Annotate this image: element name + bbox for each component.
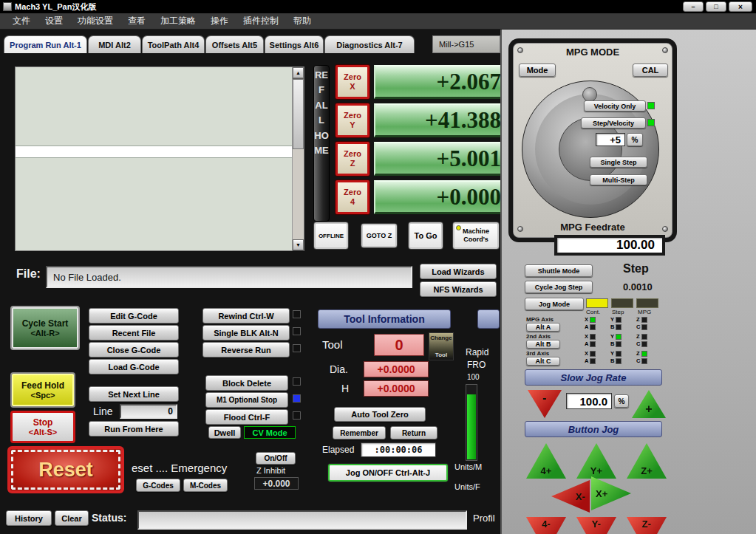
- nfs-wizards-button[interactable]: NFS Wizards: [420, 281, 497, 297]
- zero-y-button[interactable]: Zero Y: [336, 103, 370, 137]
- menu-help[interactable]: 帮助: [287, 15, 318, 27]
- axis-z-led: [641, 334, 647, 340]
- cycle-jog-step-button[interactable]: Cycle Jog Step: [525, 281, 593, 293]
- change-tool-button[interactable]: Change Tool: [429, 332, 454, 360]
- second-axis-label: 2nd Axis: [526, 333, 551, 340]
- percent-button[interactable]: %: [627, 133, 643, 146]
- ref-all-home-button[interactable]: REF ALL HOME: [313, 65, 330, 222]
- mcodes-button[interactable]: M-Codes: [183, 479, 228, 492]
- scroll-up-icon[interactable]: ▲: [293, 67, 304, 78]
- tab-toolpath[interactable]: ToolPath Alt4: [142, 35, 205, 53]
- gcode-display[interactable]: ▲ ▼: [15, 66, 304, 251]
- tool-number-display[interactable]: 0: [374, 334, 424, 356]
- edit-gcode-button[interactable]: Edit G-Code: [89, 308, 179, 324]
- menu-plugin-control[interactable]: 插件控制: [236, 15, 285, 27]
- remember-button[interactable]: Remember: [333, 426, 386, 439]
- zero-x-button[interactable]: Zero X: [336, 65, 370, 99]
- zero-4-button[interactable]: Zero 4: [336, 180, 370, 214]
- clear-button[interactable]: Clear: [55, 510, 89, 526]
- scroll-down-icon[interactable]: ▼: [293, 239, 304, 250]
- cal-button[interactable]: CAL: [633, 64, 668, 77]
- gcodes-button[interactable]: G-Codes: [136, 479, 180, 492]
- load-gcode-button[interactable]: Load G-Code: [89, 359, 179, 374]
- reset-button[interactable]: Reset: [7, 446, 124, 493]
- menu-wizards[interactable]: 加工策略: [154, 15, 202, 27]
- axis-z-led: [641, 351, 647, 357]
- jog-onoff-label: Jog ON/OFF Ctrl-Alt-J: [346, 468, 430, 477]
- tab-settings[interactable]: Settings Alt6: [265, 35, 324, 53]
- alt-c-button[interactable]: Alt C: [526, 357, 560, 366]
- velocity-only-button[interactable]: Velocity Only: [584, 100, 646, 112]
- h-display[interactable]: +0.0000: [364, 380, 429, 397]
- run-from-here-button[interactable]: Run From Here: [89, 421, 179, 437]
- alt-b-button[interactable]: Alt B: [526, 340, 560, 349]
- profile-label: Profil: [473, 513, 495, 524]
- alt-a-button[interactable]: Alt A: [526, 323, 560, 332]
- stop-button[interactable]: Stop <Alt-S>: [10, 411, 75, 443]
- mpg-dial-dimple[interactable]: [582, 87, 597, 102]
- rewind-button[interactable]: Rewind Ctrl-W: [202, 308, 290, 324]
- flood-button[interactable]: Flood Ctrl-F: [205, 409, 288, 425]
- offline-button[interactable]: OFFLINE: [313, 222, 349, 250]
- to-go-button[interactable]: To Go: [408, 222, 443, 250]
- fro-slider[interactable]: [466, 384, 477, 461]
- maximize-button[interactable]: □: [706, 1, 726, 12]
- single-step-button[interactable]: Single Step: [590, 157, 647, 168]
- dro-4[interactable]: +0.000: [374, 180, 503, 214]
- axis-y-led: [616, 351, 622, 357]
- slow-jog-percent-button[interactable]: %: [614, 394, 629, 408]
- dwell-button[interactable]: Dwell: [208, 426, 241, 439]
- cycle-start-key: <Alt-R>: [30, 329, 59, 338]
- block-delete-button[interactable]: Block Delete: [205, 375, 288, 391]
- tab-program-run[interactable]: Program Run Alt-1: [4, 35, 87, 53]
- tab-diagnostics[interactable]: Diagnostics Alt-7: [324, 35, 415, 53]
- axis-c-led-label: C: [636, 324, 640, 330]
- load-wizards-button[interactable]: Load Wizards: [420, 264, 497, 279]
- line-number-input[interactable]: [120, 404, 177, 419]
- zero-z-button[interactable]: Zero Z: [336, 142, 370, 176]
- multi-step-button[interactable]: Multi-Step: [590, 174, 647, 185]
- jog-mode-cont-indicator: [586, 298, 608, 308]
- menu-function-config[interactable]: 功能设置: [71, 15, 120, 27]
- dro-z[interactable]: +5.001: [374, 142, 503, 176]
- close-gcode-button[interactable]: Close G-Code: [89, 342, 179, 357]
- single-blk-button[interactable]: Single BLK Alt-N: [202, 325, 290, 340]
- menu-file[interactable]: 文件: [6, 15, 37, 27]
- step-velocity-button[interactable]: Step/Velocity: [581, 117, 646, 129]
- reverse-run-button[interactable]: Reverse Run: [202, 342, 290, 357]
- scrollbar-thumb[interactable]: [293, 79, 304, 149]
- tab-offsets[interactable]: Offsets Alt5: [205, 35, 264, 53]
- m1-optional-stop-button[interactable]: M1 Optional Stop: [205, 392, 288, 408]
- menu-settings[interactable]: 设置: [38, 15, 69, 27]
- dro-x[interactable]: +2.067: [374, 65, 503, 99]
- on-off-button[interactable]: On/Off: [256, 452, 296, 465]
- dro-y[interactable]: +41.388: [374, 103, 503, 137]
- goto-z-button[interactable]: GOTO Z: [361, 223, 398, 248]
- menu-view[interactable]: 查看: [121, 15, 152, 27]
- jog-onoff-button[interactable]: Jog ON/OFF Ctrl-Alt-J: [328, 464, 448, 482]
- cycle-start-label: Cycle Start: [22, 318, 69, 329]
- recent-file-button[interactable]: Recent File: [89, 325, 179, 340]
- set-next-line-button[interactable]: Set Next Line: [89, 386, 179, 402]
- dia-display[interactable]: +0.0000: [364, 361, 429, 377]
- auto-tool-zero-button[interactable]: Auto Tool Zero: [334, 407, 426, 422]
- minimize-button[interactable]: –: [683, 1, 704, 12]
- history-button[interactable]: History: [6, 510, 52, 526]
- jog-mode-button[interactable]: Jog Mode: [525, 298, 584, 310]
- axis-x-label: X: [585, 316, 588, 323]
- axis-a-label: A: [585, 324, 588, 330]
- gcode-scrollbar[interactable]: ▲ ▼: [292, 67, 304, 250]
- step-percent-display[interactable]: +5: [596, 133, 625, 146]
- slow-jog-rate-display[interactable]: 100.0: [566, 393, 612, 409]
- menu-operator[interactable]: 操作: [204, 15, 235, 27]
- tab-mdi[interactable]: MDI Alt2: [88, 35, 141, 53]
- machine-coords-button[interactable]: Machine Coord's: [452, 222, 500, 250]
- return-button[interactable]: Return: [390, 426, 437, 439]
- feed-hold-button[interactable]: Feed Hold <Spc>: [10, 372, 75, 408]
- axis-letter: Z: [350, 159, 355, 168]
- emergency-marquee: eset .... Emergency: [132, 462, 227, 474]
- cycle-start-button[interactable]: Cycle Start <Alt-R>: [10, 306, 80, 350]
- mode-button[interactable]: Mode: [519, 64, 556, 77]
- close-button[interactable]: ×: [729, 1, 752, 12]
- shuttle-mode-button[interactable]: Shuttle Mode: [525, 264, 593, 277]
